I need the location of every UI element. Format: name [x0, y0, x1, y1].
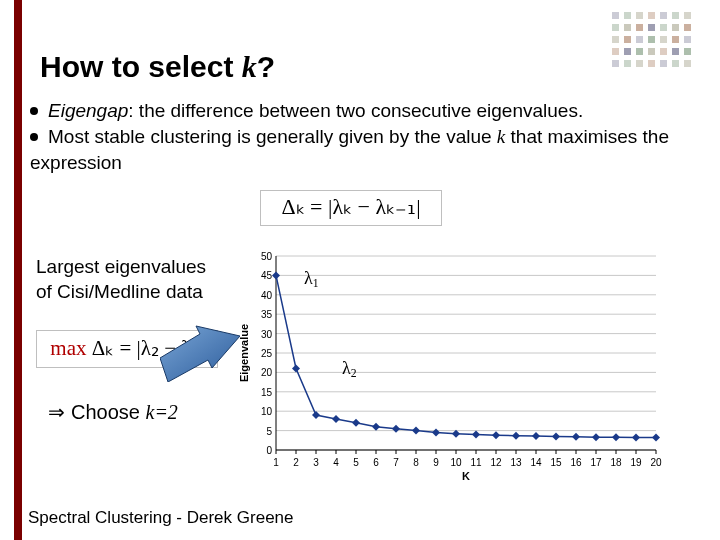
- svg-text:13: 13: [510, 457, 522, 468]
- largest-line1: Largest eigenvalues: [36, 255, 206, 280]
- svg-rect-23: [636, 48, 643, 55]
- eq2-max: max: [50, 336, 91, 360]
- svg-text:11: 11: [470, 457, 482, 468]
- pointer-arrow-icon: [160, 312, 240, 382]
- choose-b: k=2: [146, 401, 178, 423]
- svg-rect-17: [648, 36, 655, 43]
- accent-bar: [14, 0, 22, 540]
- svg-rect-34: [684, 60, 691, 67]
- svg-text:Eigenvalue: Eigenvalue: [238, 324, 250, 382]
- lambda1-label: λ1: [304, 268, 319, 290]
- svg-text:4: 4: [333, 457, 339, 468]
- svg-rect-6: [684, 12, 691, 19]
- svg-text:14: 14: [530, 457, 542, 468]
- svg-rect-31: [648, 60, 655, 67]
- svg-text:10: 10: [450, 457, 462, 468]
- svg-rect-21: [612, 48, 619, 55]
- svg-text:16: 16: [570, 457, 582, 468]
- bullet-dot-icon: [30, 133, 38, 141]
- svg-text:17: 17: [590, 457, 602, 468]
- largest-line2: of Cisi/Medline data: [36, 280, 206, 305]
- svg-text:K: K: [462, 470, 470, 482]
- bullet-1-term: Eigengap: [48, 100, 128, 121]
- corner-decoration: [612, 12, 702, 72]
- svg-rect-2: [636, 12, 643, 19]
- svg-text:35: 35: [261, 309, 273, 320]
- svg-rect-29: [624, 60, 631, 67]
- bullet-1-rest: : the difference between two consecutive…: [128, 100, 583, 121]
- bullet-2: Most stable clustering is generally give…: [30, 124, 690, 175]
- svg-text:5: 5: [353, 457, 359, 468]
- svg-text:9: 9: [433, 457, 439, 468]
- title-var: k: [242, 50, 257, 83]
- svg-rect-22: [624, 48, 631, 55]
- svg-rect-14: [612, 36, 619, 43]
- chart-svg: 0510152025303540455012345678910111213141…: [236, 250, 666, 490]
- svg-rect-27: [684, 48, 691, 55]
- svg-text:12: 12: [490, 457, 502, 468]
- largest-caption: Largest eigenvalues of Cisi/Medline data: [36, 255, 206, 304]
- svg-rect-15: [624, 36, 631, 43]
- svg-rect-26: [672, 48, 679, 55]
- svg-text:50: 50: [261, 251, 273, 262]
- svg-text:15: 15: [550, 457, 562, 468]
- svg-text:3: 3: [313, 457, 319, 468]
- svg-rect-8: [624, 24, 631, 31]
- svg-text:7: 7: [393, 457, 399, 468]
- svg-text:1: 1: [273, 457, 279, 468]
- svg-rect-19: [672, 36, 679, 43]
- svg-rect-32: [660, 60, 667, 67]
- svg-rect-16: [636, 36, 643, 43]
- svg-rect-11: [660, 24, 667, 31]
- svg-text:6: 6: [373, 457, 379, 468]
- svg-rect-12: [672, 24, 679, 31]
- svg-text:20: 20: [650, 457, 662, 468]
- svg-rect-13: [684, 24, 691, 31]
- svg-rect-1: [624, 12, 631, 19]
- svg-rect-24: [648, 48, 655, 55]
- bullet-2-a: Most stable clustering is generally give…: [48, 126, 497, 147]
- implies-icon: ⇒: [48, 401, 65, 423]
- svg-text:10: 10: [261, 406, 273, 417]
- svg-rect-5: [672, 12, 679, 19]
- footer: Spectral Clustering - Derek Greene: [28, 508, 294, 528]
- svg-rect-7: [612, 24, 619, 31]
- svg-text:25: 25: [261, 348, 273, 359]
- svg-marker-35: [160, 326, 240, 382]
- svg-rect-18: [660, 36, 667, 43]
- svg-text:20: 20: [261, 367, 273, 378]
- svg-text:18: 18: [610, 457, 622, 468]
- svg-rect-25: [660, 48, 667, 55]
- eigenvalue-chart: 0510152025303540455012345678910111213141…: [236, 250, 666, 490]
- page-title: How to select k?: [40, 50, 275, 84]
- title-prefix: How to select: [40, 50, 242, 83]
- bullet-1: Eigengap: the difference between two con…: [30, 98, 690, 124]
- bullet-dot-icon: [30, 107, 38, 115]
- svg-text:30: 30: [261, 329, 273, 340]
- svg-rect-20: [684, 36, 691, 43]
- title-suffix: ?: [257, 50, 275, 83]
- svg-rect-9: [636, 24, 643, 31]
- svg-rect-0: [612, 12, 619, 19]
- svg-rect-28: [612, 60, 619, 67]
- svg-rect-10: [648, 24, 655, 31]
- svg-text:8: 8: [413, 457, 419, 468]
- svg-rect-30: [636, 60, 643, 67]
- svg-text:0: 0: [266, 445, 272, 456]
- svg-rect-4: [660, 12, 667, 19]
- svg-text:15: 15: [261, 387, 273, 398]
- svg-text:5: 5: [266, 426, 272, 437]
- svg-rect-33: [672, 60, 679, 67]
- svg-text:45: 45: [261, 270, 273, 281]
- lambda2-label: λ2: [342, 358, 357, 380]
- svg-text:19: 19: [630, 457, 642, 468]
- choose-a: Choose: [71, 401, 146, 423]
- equation-delta-k: Δₖ = |λₖ − λₖ₋₁|: [260, 190, 442, 226]
- choose-line: ⇒Choose k=2: [48, 400, 178, 424]
- svg-text:40: 40: [261, 290, 273, 301]
- svg-text:2: 2: [293, 457, 299, 468]
- svg-rect-3: [648, 12, 655, 19]
